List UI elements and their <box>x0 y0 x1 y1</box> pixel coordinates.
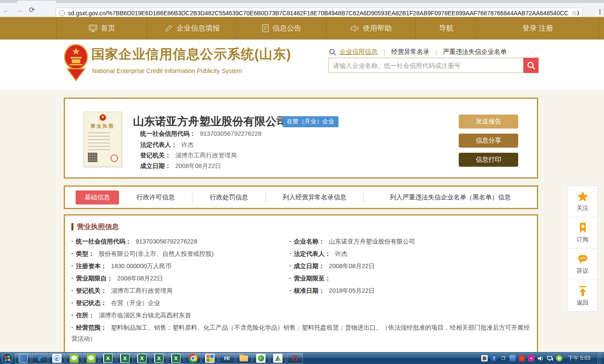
speaker-icon <box>350 25 359 32</box>
sidebar-item-follow[interactable]: 关注 <box>567 186 598 217</box>
chat-bubble-icon <box>577 253 589 265</box>
field-reg-capital: 注册资本：1830.000000万人民币 <box>71 260 289 272</box>
taskbar-app-excel-4[interactable]: X <box>151 353 167 364</box>
bookmark-star-icon[interactable]: ☆ <box>569 9 577 17</box>
floating-sidebar: 关注 订阅 异议 返回 <box>567 185 598 312</box>
page-subtitle: National Enterprise Credit Information P… <box>92 67 242 74</box>
browser-tab[interactable] <box>16 0 57 3</box>
print-info-button[interactable]: 信息打印 <box>459 153 518 167</box>
send-report-button[interactable]: 发送报告 <box>459 115 518 129</box>
nav-item-home[interactable]: 首页 <box>56 17 147 39</box>
taskbar-app-wechat-1[interactable] <box>66 353 82 364</box>
taskbar-app-360-security[interactable] <box>253 353 269 364</box>
tab-basic-info[interactable]: 基础信息 <box>76 190 119 204</box>
field-label: 经营范围： <box>71 324 107 331</box>
taskbar-clock[interactable]: 下午 5:03 <box>568 355 590 362</box>
pink-app-tray-icon[interactable]: ● <box>528 355 534 361</box>
link-separator: | <box>384 48 385 56</box>
volume-icon[interactable] <box>537 355 544 361</box>
tab-admin-license[interactable]: 行政许可信息 <box>119 192 192 203</box>
taskbar-app-360-browser[interactable]: e <box>49 353 65 364</box>
reload-icon[interactable]: ⟳ <box>25 6 38 14</box>
field-value: 许杰 <box>335 250 347 257</box>
taskbar-app-chrome[interactable] <box>185 353 201 364</box>
360-security-icon <box>258 355 264 361</box>
field-value: 淄博市临淄区朱台镇北高西村东首 <box>99 312 191 319</box>
emblem-icon <box>99 114 106 121</box>
link-illegal-list[interactable]: 严重违法失信企业名单 <box>443 48 507 56</box>
nav-item-fill-report[interactable]: 企业信息填报 <box>147 17 237 39</box>
nav-item-help[interactable]: 使用帮助 <box>326 17 415 39</box>
tab-admin-penalty[interactable]: 行政处罚信息 <box>192 192 265 203</box>
section-title: 营业执照信息 <box>71 223 119 230</box>
field-reg-authority: 登记机关：淄博市工商行政管理局 <box>71 285 289 296</box>
search-button[interactable] <box>523 58 539 73</box>
license-thumb-title: 营业执照 <box>84 123 121 129</box>
sidebar-label: 关注 <box>577 204 589 212</box>
help-tray-icon[interactable]: ? <box>491 355 497 361</box>
nav-item-login-register[interactable]: 登录 注册 <box>477 17 599 39</box>
wechat-tray-icon[interactable] <box>556 355 562 361</box>
nav-item-notice[interactable]: 信息公告 <box>237 17 326 39</box>
link-abnormal-list[interactable]: 经营异常名录 <box>391 48 429 56</box>
nav-item-navigate[interactable]: 导航 <box>415 17 477 39</box>
360-browser-icon: e <box>54 355 61 361</box>
taskbar-app-internet-explorer[interactable]: e <box>32 353 48 364</box>
restore-window-icon[interactable]: ❐ <box>500 355 506 361</box>
field-business-scope: 经营范围：塑料制品加工、销售；塑料原料、化工产品（不含危险化学品）销售；塑料托盘… <box>71 322 530 344</box>
taskbar-app-excel-5[interactable]: X <box>168 353 184 364</box>
green-mountain-icon <box>274 356 281 361</box>
field-value: 2008年08月22日 <box>117 275 163 282</box>
photo-viewer-icon <box>205 354 215 363</box>
page-info-icon[interactable]: i <box>59 10 65 16</box>
search-icon <box>527 62 535 70</box>
usb-device-icon[interactable] <box>509 355 516 361</box>
taskbar-app-excel-2[interactable]: X <box>117 353 133 364</box>
star-icon <box>576 190 589 202</box>
ime-wubi-icon[interactable]: 极 <box>481 355 488 361</box>
taskbar-app-wechat-2[interactable] <box>83 353 99 364</box>
taskbar-app-red-g[interactable]: G <box>287 353 303 364</box>
taskbar-app-desktop[interactable] <box>15 353 31 364</box>
business-license-thumbnail[interactable]: 营业执照 <box>83 112 122 167</box>
tab-blacklist[interactable]: 列入严重违法失信企业名单（黑名单）信息 <box>363 192 537 203</box>
field-value: 股份有限公司(非上市、自然人投资或控股) <box>99 250 214 257</box>
url-text[interactable]: sd.gsxt.gov.cn/%7BB6D019E6D1B6E86B3DC2B3… <box>68 10 579 17</box>
field-value: 淄博市工商行政管理局 <box>175 152 237 159</box>
browser-menu-icon[interactable]: ⋮ <box>597 8 603 16</box>
field-est-date: 成立日期：2008年08月22日 <box>289 260 530 272</box>
sidebar-label: 订阅 <box>577 236 589 244</box>
field-value: 2008年08月22日 <box>329 263 375 269</box>
back-icon[interactable]: ← <box>0 6 13 15</box>
sidebar-item-dispute[interactable]: 异议 <box>567 249 598 280</box>
baidu-hi-icon: HI <box>224 355 230 361</box>
summary-field: 成立日期：2008年08月22日 <box>140 162 221 170</box>
pen-icon <box>164 25 173 32</box>
taskbar-app-baidu-hi[interactable]: HI <box>219 353 235 364</box>
field-label: 法定代表人： <box>289 250 331 257</box>
show-desktop-button[interactable] <box>597 353 601 364</box>
summary-field: 法定代表人：许杰 <box>140 141 194 149</box>
taskbar-app-excel-3[interactable]: X <box>134 353 150 364</box>
taskbar-app-excel-1[interactable]: X <box>100 353 116 364</box>
field-label: 住所： <box>71 312 94 319</box>
field-label: 法定代表人： <box>140 141 177 148</box>
taskbar-app-mail-master[interactable] <box>270 353 286 364</box>
forward-icon[interactable]: → <box>13 6 25 15</box>
link-enterprise-credit[interactable]: 企业信用信息 <box>339 48 378 56</box>
field-label: 类型： <box>71 250 94 257</box>
summary-field: 登记机关：淄博市工商行政管理局 <box>140 151 237 160</box>
taskbar-app-photo-viewer[interactable] <box>202 353 218 364</box>
start-button[interactable] <box>0 353 14 364</box>
sidebar-item-back-to-top[interactable]: 返回 <box>567 280 598 311</box>
sidebar-item-subscribe[interactable]: 订阅 <box>567 217 598 249</box>
network-icon[interactable] <box>547 355 553 361</box>
security-tray-icon[interactable] <box>519 355 525 361</box>
search-input[interactable] <box>328 58 523 73</box>
share-info-button[interactable]: 信息分享 <box>459 134 518 148</box>
field-label: 注册资本： <box>71 263 107 269</box>
taskbar-app-folder[interactable] <box>236 353 252 364</box>
tab-abnormal-list[interactable]: 列入经营异常名录信息 <box>265 192 363 203</box>
license-fields: 统一社会信用代码：913703056792276228 企业名称：山东诺亚方舟塑… <box>71 236 530 345</box>
nav-label: 首页 <box>101 23 116 33</box>
